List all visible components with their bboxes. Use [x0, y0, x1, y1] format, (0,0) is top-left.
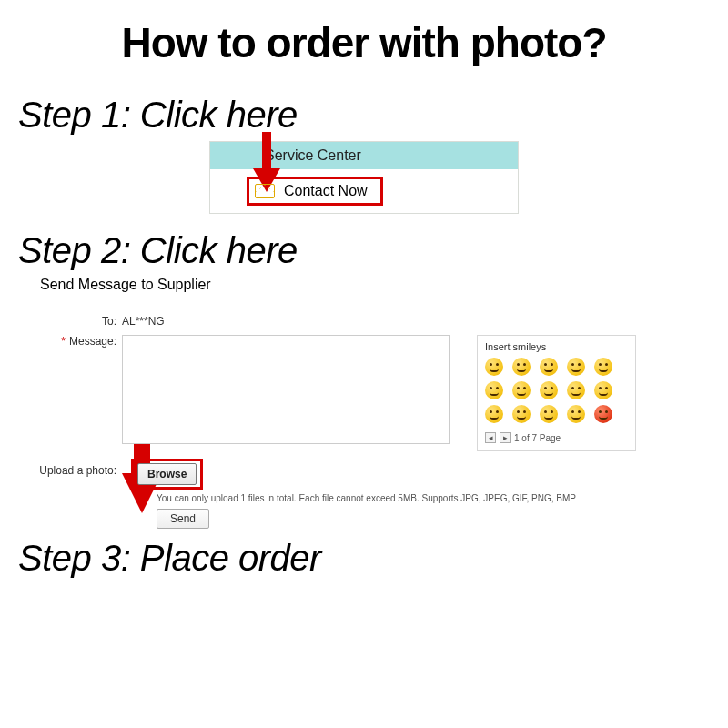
browse-highlight: Browse — [131, 459, 203, 490]
smileys-panel: Insert smileys ◂ ▸ 1 — [477, 335, 636, 451]
browse-button[interactable]: Browse — [137, 463, 197, 485]
smiley-icon[interactable] — [540, 358, 558, 376]
svg-rect-0 — [262, 132, 271, 170]
send-button[interactable]: Send — [157, 509, 209, 529]
smiley-icon[interactable] — [567, 381, 585, 399]
message-label: Message: — [69, 335, 116, 348]
pager-next-button[interactable]: ▸ — [500, 432, 511, 443]
required-asterisk: * — [61, 335, 66, 348]
smileys-pager: ◂ ▸ 1 of 7 Page — [485, 432, 628, 443]
pager-prev-button[interactable]: ◂ — [485, 432, 496, 443]
smiley-icon[interactable] — [512, 405, 531, 423]
smiley-icon[interactable] — [567, 358, 585, 376]
step2-screenshot: To: AL***NG *Message: Insert smileys — [27, 315, 728, 529]
smiley-icon[interactable] — [594, 381, 612, 399]
smiley-icon[interactable] — [512, 381, 531, 399]
page-title: How to order with photo? — [0, 0, 728, 67]
smiley-icon[interactable] — [567, 405, 585, 423]
pager-text: 1 of 7 Page — [514, 433, 561, 443]
step2-label: Step 2: Click here — [18, 230, 728, 271]
smiley-icon[interactable] — [594, 358, 612, 376]
upload-photo-label: Upload a photo: — [27, 459, 122, 477]
to-label: To: — [27, 315, 122, 328]
smiley-icon[interactable] — [485, 358, 503, 376]
upload-note: You can only upload 1 files in total. Ea… — [157, 493, 728, 503]
smiley-icon[interactable] — [594, 405, 612, 423]
message-textarea[interactable] — [122, 335, 450, 444]
step1-label: Step 1: Click here — [18, 95, 728, 136]
smiley-icon[interactable] — [540, 381, 558, 399]
smiley-icon[interactable] — [540, 405, 558, 423]
smileys-title: Insert smileys — [485, 341, 628, 352]
step3-label: Step 3: Place order — [18, 538, 728, 579]
smiley-icon[interactable] — [512, 358, 531, 376]
envelope-icon — [255, 184, 275, 198]
send-message-heading: Send Message to Supplier — [40, 277, 728, 293]
smiley-icon[interactable] — [485, 381, 503, 399]
smiley-icon[interactable] — [485, 405, 503, 423]
contact-now-label: Contact Now — [284, 183, 368, 199]
to-value: AL***NG — [122, 315, 165, 328]
